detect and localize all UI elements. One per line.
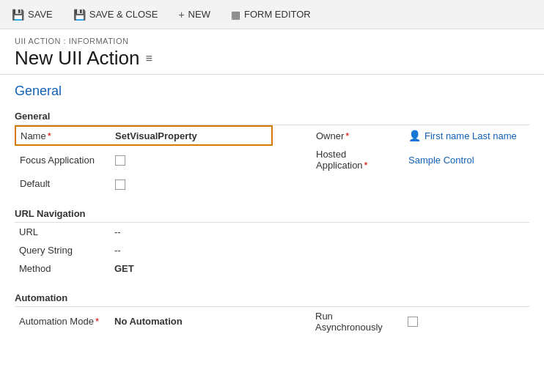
toolbar: 💾 SAVE 💾 SAVE & CLOSE + NEW ▦ FORM EDITO… xyxy=(0,0,544,29)
owner-label-cell: Owner* xyxy=(301,126,404,145)
default-label: Default xyxy=(15,174,111,193)
hosted-application-label: Hosted Application* xyxy=(301,145,404,174)
default-checkbox[interactable] xyxy=(115,180,125,190)
owner-cell: 👤 First name Last name xyxy=(408,130,525,141)
method-row: Method GET xyxy=(15,259,529,278)
section-general-title: General xyxy=(15,75,529,105)
hosted-application-link[interactable]: Sample Control xyxy=(408,155,474,166)
focus-application-value xyxy=(111,145,272,174)
url-row: URL -- xyxy=(15,223,529,241)
hamburger-menu-icon[interactable]: ≡ xyxy=(146,52,152,65)
breadcrumb: UII ACTION : INFORMATION xyxy=(15,37,529,45)
query-string-label: Query String xyxy=(15,241,110,259)
save-close-icon: 💾 xyxy=(73,9,86,21)
hosted-application-value-cell: Sample Control xyxy=(404,145,529,174)
person-icon: 👤 xyxy=(408,130,421,141)
main-content: General General Name* SetVisualProperty … xyxy=(0,75,544,386)
method-value: GET xyxy=(110,259,271,278)
url-nav-header: URL Navigation xyxy=(15,202,529,223)
url-value: -- xyxy=(110,223,271,241)
name-value-cell: SetVisualProperty xyxy=(111,126,272,145)
save-icon: 💾 xyxy=(12,9,24,21)
save-button[interactable]: 💾 SAVE xyxy=(9,7,56,22)
general-group-header: General xyxy=(15,105,529,125)
focus-application-row: Focus Application Hosted Application* Sa… xyxy=(15,145,529,174)
method-label: Method xyxy=(15,259,110,278)
automation-header: Automation xyxy=(15,286,529,307)
new-icon: + xyxy=(178,9,184,21)
name-label-cell: Name* xyxy=(15,126,111,145)
automation-mode-row: Automation Mode* No Automation Run Async… xyxy=(15,307,529,336)
default-value xyxy=(111,174,272,193)
focus-application-label: Focus Application xyxy=(15,145,111,174)
default-row: Default xyxy=(15,174,529,193)
page-title-row: New UII Action ≡ xyxy=(15,47,529,70)
automation-form-table: Automation Mode* No Automation Run Async… xyxy=(15,307,529,336)
owner-link[interactable]: First name Last name xyxy=(424,130,517,141)
run-async-value xyxy=(403,307,529,336)
automation-mode-label: Automation Mode* xyxy=(15,307,110,336)
owner-label: Owner xyxy=(316,130,344,141)
url-form-table: URL -- Query String -- Method GET xyxy=(15,223,529,278)
url-label: URL xyxy=(15,223,110,241)
automation-mode-value: No Automation xyxy=(110,307,271,336)
general-form-table: Name* SetVisualProperty Owner* 👤 First n… xyxy=(15,125,529,193)
form-editor-button[interactable]: ▦ FORM EDITOR xyxy=(228,7,314,22)
run-async-label: Run Asynchronously xyxy=(301,307,403,336)
name-label: Name xyxy=(21,130,46,141)
name-row: Name* SetVisualProperty Owner* 👤 First n… xyxy=(15,126,529,145)
name-value: SetVisualProperty xyxy=(115,130,197,141)
run-async-checkbox[interactable] xyxy=(408,317,418,327)
owner-value-cell: 👤 First name Last name xyxy=(404,126,529,145)
new-button[interactable]: + NEW xyxy=(175,7,213,22)
focus-application-checkbox[interactable] xyxy=(115,155,125,166)
query-string-value: -- xyxy=(110,241,271,259)
header-section: UII ACTION : INFORMATION New UII Action … xyxy=(0,29,544,75)
name-required-star: * xyxy=(48,130,51,141)
save-close-button[interactable]: 💾 SAVE & CLOSE xyxy=(70,7,161,22)
form-editor-icon: ▦ xyxy=(231,9,240,21)
owner-required-star: * xyxy=(345,130,349,141)
query-string-row: Query String -- xyxy=(15,241,529,259)
page-title: New UII Action xyxy=(15,47,140,70)
